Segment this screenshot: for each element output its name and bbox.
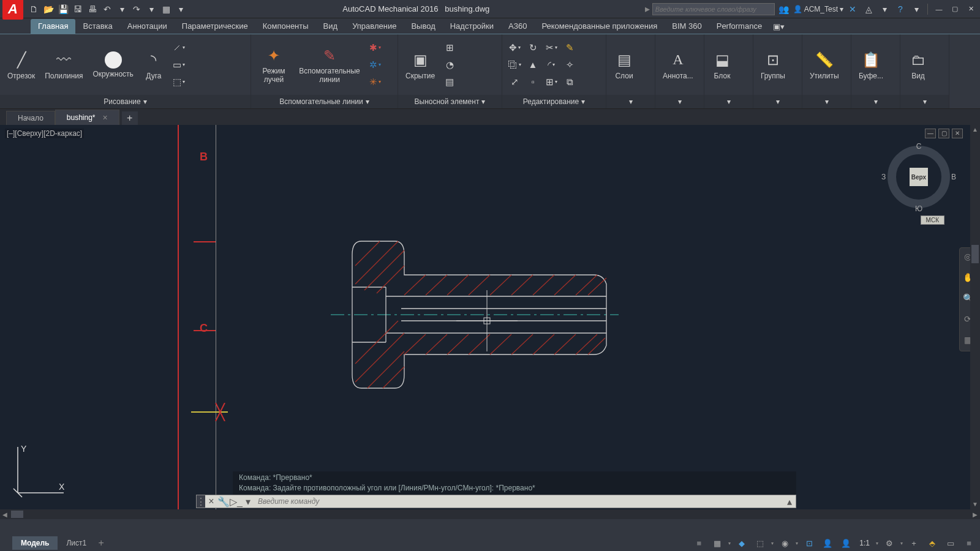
annoscale-icon[interactable]: 👤 xyxy=(839,536,853,550)
panel-draw-title[interactable]: Рисование ▾ xyxy=(0,95,251,108)
help-dd-icon[interactable]: ▾ xyxy=(910,2,923,16)
undo-icon[interactable]: ↶ xyxy=(100,2,114,16)
add-tab-button[interactable]: + xyxy=(122,111,138,125)
arc-button[interactable]: ◝Дуга xyxy=(140,48,168,81)
osnap-icon[interactable]: ⊡ xyxy=(802,536,816,550)
new-icon[interactable]: 🗋 xyxy=(27,2,40,16)
search-input[interactable] xyxy=(652,3,775,15)
panel-groups-title[interactable]: ▾ xyxy=(753,95,802,108)
vertical-scrollbar[interactable]: ▲▼ xyxy=(970,125,980,509)
saveas-icon[interactable]: 🖫 xyxy=(71,2,85,16)
clean-icon[interactable]: ▭ xyxy=(943,536,958,550)
auxlines-button[interactable]: ✎Вспомогательные линии xyxy=(295,44,364,84)
maximize-button[interactable]: ▢ xyxy=(948,4,962,15)
undo-dropdown-icon[interactable]: ▾ xyxy=(115,2,129,16)
cmdline-close-icon[interactable]: × xyxy=(205,496,217,507)
vp-close-icon[interactable]: ✕ xyxy=(952,129,963,138)
mirror-icon[interactable]: ▲ xyxy=(524,57,541,73)
aux-small-2[interactable]: ✲▾ xyxy=(366,57,383,73)
explode-icon[interactable]: ✧ xyxy=(561,57,578,73)
draw-small-2[interactable]: ▭▾ xyxy=(170,57,187,73)
exchange-icon[interactable]: ✕ xyxy=(846,2,859,16)
file-tab-doc[interactable]: bushing*× xyxy=(55,110,119,125)
detail-small-1[interactable]: ⊞ xyxy=(441,40,458,56)
copy-icon[interactable]: ⿻▾ xyxy=(506,57,523,73)
horizontal-scrollbar[interactable]: ◀▶ xyxy=(0,509,980,519)
panel-block-title[interactable]: ▾ xyxy=(704,95,753,108)
panel-edit-title[interactable]: Редактирование ▾ xyxy=(502,95,606,108)
cmdline-expand-icon[interactable]: ▴ xyxy=(783,496,796,508)
snap-icon[interactable]: ◆ xyxy=(734,536,749,550)
raymode-button[interactable]: ✦Режим лучей xyxy=(255,44,293,84)
layers-qat-icon[interactable]: ▦ xyxy=(159,2,173,16)
infocenter-arrow-icon[interactable]: ▸ xyxy=(645,3,650,15)
rotate-icon[interactable]: ↻ xyxy=(524,40,541,56)
drawing-viewport[interactable]: [–][Сверху][2D-каркас] — ▢ ✕ B C xyxy=(0,125,980,519)
ribbon-tab-performance[interactable]: Performance xyxy=(709,19,769,34)
ribbon-tab-manage[interactable]: Управление xyxy=(345,19,404,34)
fillet-icon[interactable]: ◜▾ xyxy=(543,57,560,73)
groups-button[interactable]: ⊡Группы xyxy=(757,48,789,81)
draw-small-3[interactable]: ⬚▾ xyxy=(170,74,187,90)
minimize-button[interactable]: — xyxy=(932,4,946,15)
print-icon[interactable]: 🖶 xyxy=(86,2,99,16)
open-icon[interactable]: 📂 xyxy=(42,2,55,16)
panel-view-title[interactable]: ▾ xyxy=(900,95,949,108)
command-line[interactable]: ⋮ × 🔧 ▷_ ▾ ▴ xyxy=(196,495,796,508)
customize-icon[interactable]: ≡ xyxy=(962,536,976,550)
close-button[interactable]: ✕ xyxy=(964,4,978,15)
ribbon-tab-annotate[interactable]: Аннотации xyxy=(120,19,175,34)
line-button[interactable]: ╱Отрезок xyxy=(4,48,39,81)
tab-sheet1[interactable]: Лист1 xyxy=(58,536,95,550)
hide-button[interactable]: ▣Скрытие xyxy=(402,48,439,81)
cmdline-tools-icon[interactable]: 🔧 xyxy=(217,496,230,508)
panel-layers-title[interactable]: ▾ xyxy=(606,95,655,108)
a360-icon[interactable]: ◬ xyxy=(862,2,875,16)
scale-label[interactable]: 1:1 xyxy=(857,539,872,547)
cmdline-grip-icon[interactable]: ⋮ xyxy=(197,495,205,508)
scale-icon[interactable]: ▫ xyxy=(524,74,541,90)
gear-icon[interactable]: ⚙ xyxy=(882,536,897,550)
stretch-icon[interactable]: ⤢ xyxy=(506,74,523,90)
vp-minimize-icon[interactable]: — xyxy=(925,129,936,138)
ribbon-tab-insert[interactable]: Вставка xyxy=(75,19,119,34)
layers-button[interactable]: ▤Слои xyxy=(610,48,638,81)
viewport-label[interactable]: [–][Сверху][2D-каркас] xyxy=(5,129,84,138)
redo-icon[interactable]: ↷ xyxy=(130,2,143,16)
grid-icon[interactable]: ▦ xyxy=(710,536,725,550)
help-icon[interactable]: ? xyxy=(894,2,907,16)
aux-small-3[interactable]: ✳▾ xyxy=(366,74,383,90)
detail-small-3[interactable]: ▤ xyxy=(441,74,458,90)
file-tab-start[interactable]: Начало xyxy=(6,111,55,125)
redo-dropdown-icon[interactable]: ▾ xyxy=(145,2,158,16)
ribbon-tab-a360[interactable]: A360 xyxy=(501,19,534,34)
annotate-button[interactable]: AАннота... xyxy=(659,48,697,81)
ribbon-tab-featured[interactable]: Рекомендованные приложения xyxy=(534,19,665,34)
close-tab-icon[interactable]: × xyxy=(103,113,108,122)
iso-icon[interactable]: 👤 xyxy=(820,536,835,550)
ribbon-tab-components[interactable]: Компоненты xyxy=(255,19,316,34)
save-icon[interactable]: 💾 xyxy=(56,2,70,16)
command-input[interactable] xyxy=(254,497,783,506)
tab-model[interactable]: Модель xyxy=(12,536,58,550)
panel-clip-title[interactable]: ▾ xyxy=(851,95,900,108)
draw-small-1[interactable]: ⟋▾ xyxy=(170,40,187,56)
panel-aux-title[interactable]: Вспомогательные линии ▾ xyxy=(251,95,398,108)
polar-icon[interactable]: ◉ xyxy=(777,536,792,550)
a360-dd-icon[interactable]: ▾ xyxy=(878,2,891,16)
modelspace-icon[interactable]: ≡ xyxy=(692,536,706,550)
offset-icon[interactable]: ⧉ xyxy=(561,74,578,90)
ribbon-collapse-icon[interactable]: ▣▾ xyxy=(769,20,788,34)
panel-utils-title[interactable]: ▾ xyxy=(802,95,851,108)
ribbon-tab-addins[interactable]: Надстройки xyxy=(443,19,501,34)
cmdline-recent-icon[interactable]: ▾ xyxy=(242,496,254,508)
viewcube[interactable]: Верх С Ю В З xyxy=(885,143,952,211)
vp-maximize-icon[interactable]: ▢ xyxy=(938,129,949,138)
array-icon[interactable]: ⊞▾ xyxy=(543,74,560,90)
signin-icon[interactable]: 👥 xyxy=(777,2,791,16)
user-menu[interactable]: 👤 ACM_Test ▾ xyxy=(793,2,843,16)
erase-icon[interactable]: ✎ xyxy=(561,40,578,56)
block-button[interactable]: ⬓Блок xyxy=(708,48,736,81)
ribbon-tab-view[interactable]: Вид xyxy=(316,19,345,34)
detail-small-2[interactable]: ◔ xyxy=(441,57,458,73)
